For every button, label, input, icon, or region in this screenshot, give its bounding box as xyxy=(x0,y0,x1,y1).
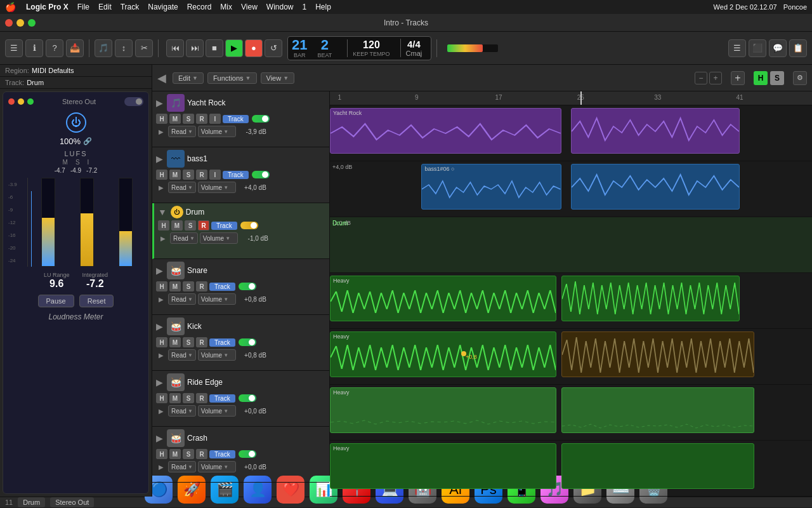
drum-m-btn[interactable]: M xyxy=(171,220,183,231)
clip-crash-1[interactable]: Heavy xyxy=(330,443,556,489)
crash-play[interactable]: ▶ xyxy=(156,462,166,472)
ride-m-btn[interactable]: M xyxy=(169,393,181,403)
yacht-fader[interactable] xyxy=(252,115,270,123)
snare-m-btn[interactable]: M xyxy=(169,281,181,291)
kick-r-btn[interactable]: R xyxy=(196,337,207,347)
bass1-read-select[interactable]: Read▼ xyxy=(168,182,196,193)
plugin-power-toggle[interactable] xyxy=(124,97,143,106)
stop-btn[interactable]: ■ xyxy=(206,39,223,57)
ride-track-btn[interactable]: Track xyxy=(209,394,235,403)
bottom-track-stereo[interactable]: Stereo Out xyxy=(50,497,94,507)
bottom-track-drum[interactable]: Drum xyxy=(18,497,45,507)
bass1-play[interactable]: ▶ xyxy=(156,182,166,192)
bass1-h-btn[interactable]: H xyxy=(156,170,167,180)
drum-read-select[interactable]: Read▼ xyxy=(170,232,198,244)
inspector-btn[interactable]: 📥 xyxy=(66,39,84,57)
close-button[interactable] xyxy=(5,19,13,27)
bass1-i-btn[interactable]: I xyxy=(209,170,221,180)
clip-yacht-1[interactable]: Yacht Rock xyxy=(330,108,561,154)
collapse-btn[interactable]: ◀ xyxy=(157,71,166,85)
scissors-btn[interactable]: ✂ xyxy=(135,39,153,57)
plugin-close[interactable] xyxy=(8,98,15,105)
yacht-i-btn[interactable]: I xyxy=(209,114,221,124)
minimize-button[interactable] xyxy=(16,19,24,27)
toolbar-btn-r2[interactable]: ⬛ xyxy=(749,39,766,57)
crash-fader[interactable] xyxy=(239,450,256,458)
drum-vol-select[interactable]: Volume▼ xyxy=(200,232,238,244)
s-toggle[interactable]: S xyxy=(770,71,784,85)
pause-button[interactable]: Pause xyxy=(38,295,74,307)
ride-play[interactable]: ▶ xyxy=(156,406,166,416)
toolbar-btn-r3[interactable]: 💬 xyxy=(769,39,787,57)
kick-play[interactable]: ▶ xyxy=(156,350,166,360)
edit-btn[interactable]: Edit ▼ xyxy=(173,72,204,84)
clip-ride-1[interactable]: Heavy xyxy=(330,387,556,433)
zoom-out-icon[interactable]: − xyxy=(695,72,707,84)
ride-fold[interactable]: ▶ xyxy=(156,377,163,387)
crash-read-select[interactable]: Read▼ xyxy=(168,461,196,472)
clip-snare-1[interactable]: Heavy xyxy=(330,276,556,321)
clip-bass1-1[interactable]: bass1#06 ○ xyxy=(421,164,561,210)
menu-logicprox[interactable]: Logic Pro X xyxy=(26,3,69,11)
yacht-r-btn[interactable]: R xyxy=(196,114,207,124)
crash-fold[interactable]: ▶ xyxy=(156,433,163,443)
menu-record[interactable]: Record xyxy=(187,3,212,11)
crash-h-btn[interactable]: H xyxy=(156,449,167,459)
rewind-btn[interactable]: ⏮ xyxy=(166,39,184,57)
drum-fader[interactable] xyxy=(240,222,258,229)
add-track-btn[interactable]: + xyxy=(731,71,745,85)
crash-track-btn[interactable]: Track xyxy=(209,450,235,458)
snare-vol-select[interactable]: Volume▼ xyxy=(198,293,236,305)
yacht-read-select[interactable]: Read▼ xyxy=(168,126,196,137)
ride-read-select[interactable]: Read▼ xyxy=(168,405,196,417)
menu-mix[interactable]: Mix xyxy=(220,3,232,11)
menu-track[interactable]: Track xyxy=(121,3,140,11)
plugin-minimize[interactable] xyxy=(18,98,24,105)
yacht-play[interactable]: ▶ xyxy=(156,126,166,137)
info-btn[interactable]: ℹ xyxy=(25,39,43,57)
kick-m-btn[interactable]: M xyxy=(169,337,181,347)
clip-crash-2[interactable] xyxy=(561,443,754,489)
library-btn[interactable]: ☰ xyxy=(5,39,23,57)
drum-r-btn[interactable]: R xyxy=(198,220,209,231)
h-toggle[interactable]: H xyxy=(754,71,768,85)
clip-bass1-2[interactable] xyxy=(571,164,740,210)
ride-h-btn[interactable]: H xyxy=(156,393,167,403)
menu-help[interactable]: Help xyxy=(315,3,331,11)
ride-r-btn[interactable]: R xyxy=(196,393,207,403)
kick-track-btn[interactable]: Track xyxy=(209,338,235,347)
snare-track-btn[interactable]: Track xyxy=(209,283,235,291)
functions-btn[interactable]: Functions ▼ xyxy=(207,72,257,84)
snare-read-select[interactable]: Read▼ xyxy=(168,293,196,305)
clip-kick-1[interactable]: Heavy +0,8 xyxy=(330,331,556,377)
yacht-h-btn[interactable]: H xyxy=(156,114,167,124)
bass1-m-btn[interactable]: M xyxy=(169,170,181,180)
play-btn[interactable]: ▶ xyxy=(225,39,243,57)
bass1-track-btn[interactable]: Track xyxy=(223,171,249,179)
plugin-expand[interactable] xyxy=(27,98,34,105)
bass1-fold[interactable]: ▶ xyxy=(156,154,163,164)
timeline-ruler[interactable]: 1 9 17 25 33 41 xyxy=(330,91,812,105)
ride-vol-select[interactable]: Volume▼ xyxy=(198,405,236,417)
crash-r-btn[interactable]: R xyxy=(196,449,207,459)
kick-h-btn[interactable]: H xyxy=(156,337,167,347)
menu-navigate[interactable]: Navigate xyxy=(148,3,178,11)
tuner-btn[interactable]: ↕ xyxy=(115,39,133,57)
crash-vol-select[interactable]: Volume▼ xyxy=(198,461,236,472)
kick-fold[interactable]: ▶ xyxy=(156,321,163,331)
snare-s-btn[interactable]: S xyxy=(183,281,194,291)
bass1-s-btn[interactable]: S xyxy=(183,170,194,180)
drum-play[interactable]: ▶ xyxy=(158,233,168,243)
snare-r-btn[interactable]: R xyxy=(196,281,207,291)
toolbar-btn-r1[interactable]: ☰ xyxy=(728,39,746,57)
zoom-in-icon[interactable]: + xyxy=(709,72,722,84)
drum-h-btn[interactable]: H xyxy=(158,220,169,231)
help-btn[interactable]: ? xyxy=(46,39,63,57)
maximize-button[interactable] xyxy=(28,19,36,27)
loop-btn[interactable]: ↺ xyxy=(265,39,282,57)
view-btn[interactable]: View ▼ xyxy=(261,72,295,84)
kick-vol-select[interactable]: Volume▼ xyxy=(198,349,236,361)
reset-button[interactable]: Reset xyxy=(79,295,114,307)
yacht-s-btn[interactable]: S xyxy=(183,114,194,124)
record-btn[interactable]: ● xyxy=(245,39,263,57)
